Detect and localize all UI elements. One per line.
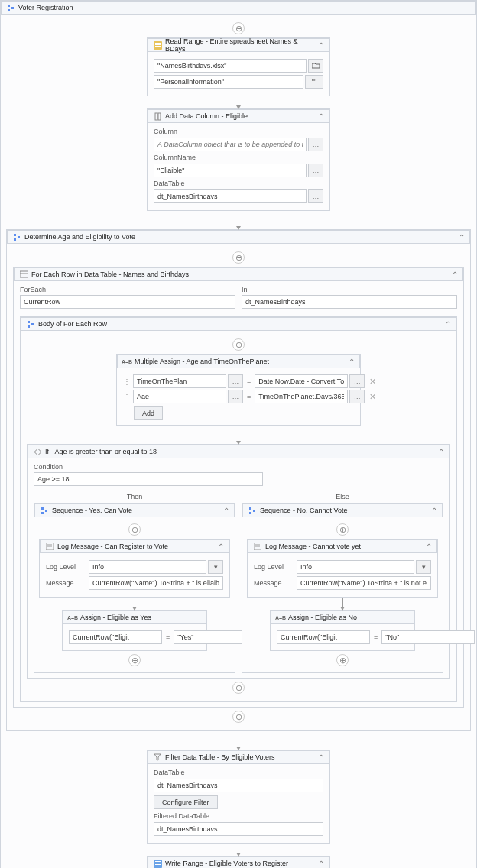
expand-button[interactable]: … xyxy=(349,374,365,388)
browse-file-button[interactable] xyxy=(308,59,323,73)
remove-row-button[interactable]: ✕ xyxy=(367,392,378,402)
configure-filter-button[interactable]: Configure Filter xyxy=(154,795,218,809)
add-column-header[interactable]: Add Data Column - Eligible ⌃ xyxy=(148,109,329,123)
sequence-icon xyxy=(248,506,257,515)
add-activity-plus[interactable]: ⊕ xyxy=(336,523,349,536)
log-no-title: Log Message - Cannot vote yet xyxy=(265,542,426,550)
filter-header[interactable]: Filter Data Table - By Eligible Voters ⌃ xyxy=(148,750,329,764)
collapse-icon[interactable]: ⌃ xyxy=(218,542,224,551)
column-label: Column xyxy=(154,128,323,135)
svg-rect-14 xyxy=(28,321,30,323)
columnname-input[interactable] xyxy=(154,164,307,177)
expand-button[interactable]: … xyxy=(308,189,323,203)
write-range-header[interactable]: Write Range - Eligible Voters to Registe… xyxy=(148,857,329,868)
filter-dt-input[interactable] xyxy=(154,779,323,792)
add-activity-plus[interactable]: ⊕ xyxy=(232,682,245,694)
collapse-icon[interactable]: ⌃ xyxy=(452,270,458,279)
assign-to-1[interactable] xyxy=(133,374,226,388)
flow-arrow xyxy=(238,844,239,856)
drag-handle[interactable]: ⋮⋮ xyxy=(123,377,131,386)
add-column-icon xyxy=(153,112,162,121)
excel-icon xyxy=(153,40,162,50)
sequence-icon xyxy=(6,3,15,12)
collapse-icon[interactable]: ⌃ xyxy=(318,860,324,868)
filter-fdt-label: Filtered DataTable xyxy=(154,812,323,820)
dropdown-button[interactable]: ▾ xyxy=(208,560,223,574)
assign-no-header[interactable]: A=B Assign - Eligible as No xyxy=(271,611,414,624)
foreach-header[interactable]: For Each Row in Data Table - Names and B… xyxy=(14,267,463,281)
collapse-icon[interactable]: ⌃ xyxy=(349,358,355,366)
expand-button[interactable]: … xyxy=(228,390,243,403)
sheet-range-button[interactable]: "" xyxy=(305,75,323,89)
expand-button[interactable]: … xyxy=(308,164,323,177)
assign-val-2[interactable] xyxy=(255,390,348,403)
collapse-icon[interactable]: ⌃ xyxy=(318,753,324,762)
assign-yes-left[interactable] xyxy=(69,630,162,644)
svg-rect-5 xyxy=(155,44,161,45)
assign-val-1[interactable] xyxy=(255,374,348,388)
add-activity-plus[interactable]: ⊕ xyxy=(232,22,245,34)
collapse-icon[interactable]: ⌃ xyxy=(459,233,465,241)
then-label: Then xyxy=(34,491,235,503)
drag-handle[interactable]: ⋮⋮ xyxy=(123,393,131,401)
read-range-sheet-input[interactable] xyxy=(154,75,303,89)
excel-icon xyxy=(153,859,162,868)
log-no-header[interactable]: Log Message - Cannot vote yet ⌃ xyxy=(248,539,437,553)
loglevel-select[interactable] xyxy=(297,560,414,574)
add-assign-button[interactable]: Add xyxy=(134,406,163,420)
add-activity-plus[interactable]: ⊕ xyxy=(232,711,245,723)
foreach-input[interactable] xyxy=(20,295,235,309)
if-header[interactable]: If - Age is greater than or equal to 18 … xyxy=(28,445,449,458)
multi-assign-header[interactable]: A=B Multiple Assign - Age and TimeOnTheP… xyxy=(117,355,360,368)
flow-arrow xyxy=(342,598,343,610)
expand-button[interactable]: … xyxy=(228,374,243,388)
loglevel-select[interactable] xyxy=(89,560,206,574)
sequence-header-root[interactable]: Voter Registration xyxy=(1,1,476,15)
determine-title: Determine Age and Eligibility to Vote xyxy=(24,233,459,241)
assign-no-left[interactable] xyxy=(277,630,370,644)
message-input[interactable] xyxy=(297,576,431,590)
seq-no-title: Sequence - No. Cannot Vote xyxy=(260,507,431,514)
column-input[interactable] xyxy=(154,138,307,151)
expand-button[interactable]: … xyxy=(308,138,323,151)
equals-label: = xyxy=(372,633,379,641)
remove-row-button[interactable]: ✕ xyxy=(367,377,378,387)
svg-rect-23 xyxy=(249,507,251,510)
sequence-icon xyxy=(26,319,35,329)
determine-header[interactable]: Determine Age and Eligibility to Vote ⌃ xyxy=(7,230,470,244)
add-activity-plus[interactable]: ⊕ xyxy=(232,338,245,351)
log-yes-header[interactable]: Log Message - Can Register to Vote ⌃ xyxy=(40,539,229,553)
add-activity-plus[interactable]: ⊕ xyxy=(232,251,245,264)
condition-input[interactable] xyxy=(34,472,263,486)
assign-to-2[interactable] xyxy=(133,390,226,403)
assign-yes-header[interactable]: A=B Assign - Eligible as Yes xyxy=(63,611,206,624)
dropdown-button[interactable]: ▾ xyxy=(416,560,431,574)
message-input[interactable] xyxy=(89,576,223,590)
collapse-icon[interactable]: ⌃ xyxy=(445,320,451,329)
add-activity-plus[interactable]: ⊕ xyxy=(128,654,141,666)
collapse-icon[interactable]: ⌃ xyxy=(426,542,432,551)
assign-no-right[interactable] xyxy=(381,630,475,644)
datatable-input[interactable] xyxy=(154,189,307,203)
seq-yes-header[interactable]: Sequence - Yes. Can Vote ⌃ xyxy=(34,504,235,517)
flow-arrow xyxy=(238,426,239,444)
add-activity-plus[interactable]: ⊕ xyxy=(128,523,141,536)
collapse-icon[interactable]: ⌃ xyxy=(431,507,437,515)
add-column-title: Add Data Column - Eligible xyxy=(165,112,318,120)
read-range-header[interactable]: Read Range - Entire spreadsheet Names & … xyxy=(148,38,329,52)
expand-button[interactable]: … xyxy=(349,390,365,403)
in-input[interactable] xyxy=(242,295,457,309)
svg-rect-32 xyxy=(155,864,161,865)
flow-arrow xyxy=(238,731,239,750)
read-range-file-input[interactable] xyxy=(154,59,307,73)
add-activity-plus[interactable]: ⊕ xyxy=(336,654,349,666)
collapse-icon[interactable]: ⌃ xyxy=(318,41,324,50)
collapse-icon[interactable]: ⌃ xyxy=(318,112,324,121)
foreach-title: For Each Row in Data Table - Names and B… xyxy=(31,270,452,278)
filter-title: Filter Data Table - By Eligible Voters xyxy=(165,753,318,761)
collapse-icon[interactable]: ⌃ xyxy=(223,507,229,515)
seq-no-header[interactable]: Sequence - No. Cannot Vote ⌃ xyxy=(242,504,443,517)
collapse-icon[interactable]: ⌃ xyxy=(438,448,444,456)
body-foreach-header[interactable]: Body of For Each Row ⌃ xyxy=(21,317,456,331)
filter-fdt-input[interactable] xyxy=(154,822,323,836)
